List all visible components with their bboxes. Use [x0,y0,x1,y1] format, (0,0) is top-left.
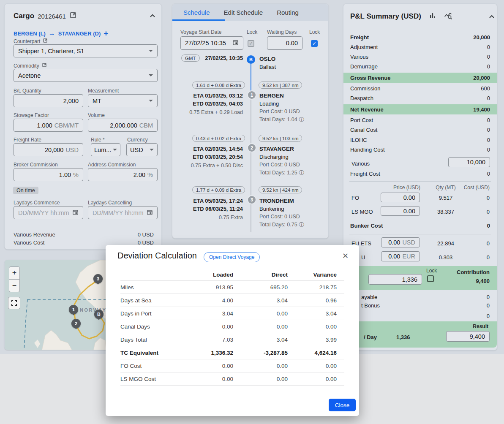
calendar-icon[interactable] [232,39,239,47]
fo-price-input[interactable]: 0.00 [381,193,420,202]
result-input[interactable]: 9,400 [446,331,490,342]
map-marker-1[interactable]: 1 [69,305,78,314]
counterpart-select[interactable]: Shipper 1, Charterer, S1 [14,44,158,57]
close-icon[interactable]: ✕ [342,251,349,261]
pnl-various-input[interactable]: 10,000 [448,157,490,167]
waiting-days-input[interactable]: 0.00 [267,36,302,50]
pnl-row-canal-cost: Canal Cost0 [350,125,490,134]
table-row: Miles913.95695.20218.75 [120,280,344,294]
voyage-start-input[interactable]: 27/02/25 10:35 [180,36,243,50]
measurement-select[interactable]: MT [88,94,158,107]
volume-input[interactable]: 2,000.000CBM [88,119,158,132]
info-icon[interactable]: ⓘ [299,170,304,176]
timeline-node-b[interactable]: B [247,55,255,64]
line-chart-search-icon[interactable] [444,11,452,22]
cost-column-header: Cost (USD) [454,185,490,190]
various-revenue-row: Various Revenue0 USD [14,231,154,238]
eua-price-input[interactable]: 0.00EUR [381,251,420,261]
map-marker-b[interactable]: B [94,310,104,319]
payable-label-fragment: ayable [361,294,377,300]
tab-routing[interactable]: Routing [277,9,299,16]
route-to-link[interactable]: STAVANGER (D) [58,30,101,37]
collapse-cargo-chevron-icon[interactable] [150,13,155,19]
pnl-row-adjustment: Adjustment0 [350,42,490,52]
cargo-panel: Cargo 20126461 BERGEN (L) → STAVANGER (D… [4,3,162,250]
map-marker-2[interactable]: 2 [71,319,81,328]
map-marker-3[interactable]: 3 [93,274,103,283]
eu-ets-price-input[interactable]: 0.00USD [381,237,420,247]
total-days: Total Days: 1.25 ⓘ [259,169,304,177]
currency-select[interactable]: USD [126,143,158,156]
info-icon[interactable]: ⓘ [299,222,304,228]
leg-days-chip: 1.61 d + 0.08 d Extra [192,82,245,89]
open-in-new-icon[interactable] [69,11,77,21]
map-zoom-out-button[interactable]: − [9,279,20,292]
contribution-label: Contribution [428,269,490,275]
calendar-icon[interactable] [147,209,153,217]
route-arrow-icon: → [49,30,55,37]
total-days: Total Days: 1.04 ⓘ [259,116,304,123]
leg-speed-chip: 9.52 kn | 387 nm [259,82,302,89]
commodity-select[interactable]: Acetone [14,69,158,82]
info-icon[interactable]: ⓘ [299,117,304,122]
freight-rate-input[interactable]: 20,000USD [14,143,83,156]
eta: ETA 05/03/25, 17:24 [193,198,243,204]
lock1-label: Lock [247,29,257,35]
laydays-cancelling-input[interactable]: DD/MM/YY hh:mm [88,206,158,219]
route-from-link[interactable]: BERGEN (L) [14,30,46,37]
chevron-down-icon [149,74,153,76]
divider [349,181,491,182]
open-in-new-icon[interactable] [43,38,48,44]
open-in-new-icon[interactable] [42,63,47,69]
tab-edit-schedule[interactable]: Edit Schedule [224,9,263,16]
port-cost: Port Cost: 0 USD [259,214,300,220]
broker-commission-input[interactable]: 1.00% [14,168,83,181]
pnl-row-handling-cost: Handling Cost0 [350,145,490,154]
commodity-label: Commodity [14,63,47,69]
collapse-pnl-chevron-icon[interactable] [489,14,495,20]
start-time: 27/02/25, 10:35 [205,55,243,61]
contribution-value: 9,400 [428,278,490,284]
add-port-button[interactable]: + [104,29,108,38]
cargo-title: Cargo [14,12,34,20]
tab-schedule[interactable]: Schedule [183,9,210,16]
laydays-commence-label: Laydays Commence [14,200,60,206]
timeline-node-2[interactable]: 2 [247,143,256,152]
voyage-start-lock-checkbox[interactable]: ✓ [248,40,254,47]
leg-days-chip: 1.77 d + 0.09 d Extra [192,186,245,193]
table-header-row: Loaded Direct Variance [120,269,344,280]
pnl-row-ilohc: ILOHC0 [350,135,490,144]
modal-title: Deviation Calculation [117,251,197,261]
map-zoom-in-button[interactable]: + [9,266,20,280]
fo-label: FO [351,195,359,201]
port-activity: Bunkering [259,206,284,212]
tce-input[interactable]: 1,336 [368,274,422,285]
timeline-node-1[interactable]: 1 [247,90,256,100]
bl-quantity-input[interactable]: 2,000 [14,94,83,107]
port-activity: Discharging [259,154,289,160]
address-commission-input[interactable]: 2.00% [88,168,158,181]
open-direct-voyage-button[interactable]: Open Direct Voyage [204,252,260,262]
broker-commission-label: Broker Commission [14,162,58,168]
bar-chart-icon[interactable] [429,12,436,21]
timeline-node-3[interactable]: 3 [247,195,256,204]
stowage-factor-input[interactable]: 1.000CBM/MT [14,119,83,132]
port-name: TRONDHEIM [259,198,294,204]
map-fullscreen-button[interactable] [8,297,20,309]
lsmgo-price-input[interactable]: 0.00 [381,206,420,216]
leg-speed-chip: 9.52 kn | 424 nm [259,186,302,193]
waiting-days-lock-checkbox[interactable]: ✓ [311,40,318,47]
divider [9,227,157,227]
rule-select[interactable]: Lum... [91,143,120,156]
measurement-label: Measurement [88,88,119,94]
port-cost: Port Cost: 0 USD [259,109,300,114]
contribution-lock-checkbox[interactable]: ✓ [427,275,434,282]
close-button[interactable]: Close [329,399,356,411]
table-row: Days Total7.033.043.99 [120,333,344,346]
rule-label: Rule * [91,137,105,143]
table-row-tc-equivalent: TC Equivalent1,336.32-3,287.854,624.16 [120,346,344,359]
port-name: OSLO [259,56,275,62]
calendar-icon[interactable] [72,209,79,217]
laydays-commence-input[interactable]: DD/MM/YY hh:mm [14,206,83,219]
gross-revenue-band: Gross Revenue20,000 [343,73,497,83]
